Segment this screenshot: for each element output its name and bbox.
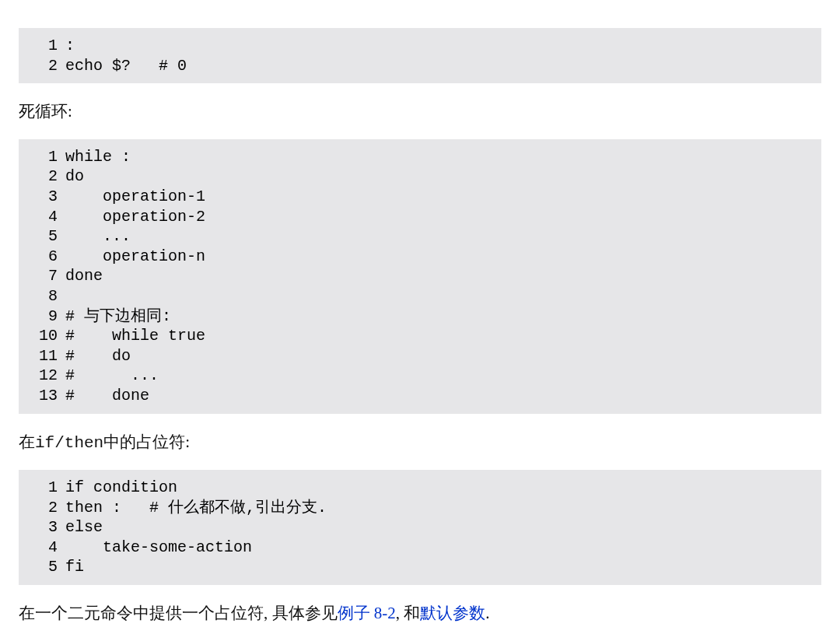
line-number: 3 <box>23 517 65 538</box>
code-line: 9# 与下边相同: <box>23 306 810 327</box>
line-number: 2 <box>23 56 65 76</box>
line-number: 5 <box>23 557 65 577</box>
line-number: 2 <box>23 166 65 187</box>
code-text: if condition <box>65 478 177 498</box>
code-text: # ... <box>65 366 159 386</box>
code-text: operation-n <box>65 247 205 267</box>
code-text: # while true <box>65 326 205 346</box>
line-number: 2 <box>23 498 65 518</box>
code-text: # do <box>65 346 131 366</box>
code-line: 5fi <box>23 557 810 577</box>
para3-pre: 在一个二元命令中提供一个占位符, 具体参见 <box>19 604 338 622</box>
line-number: 7 <box>23 266 65 286</box>
code-block-2: 1while :2do3 operation-14 operation-25 .… <box>19 139 821 414</box>
line-number: 6 <box>23 247 65 267</box>
code-line: 8 <box>23 286 810 306</box>
code-text: take-some-action <box>65 538 252 558</box>
para3-post: . <box>485 604 489 622</box>
code-line: 4 operation-2 <box>23 207 810 227</box>
code-line: 1: <box>23 36 810 56</box>
code-line: 1if condition <box>23 478 810 498</box>
code-line: 3else <box>23 517 810 538</box>
code-text: do <box>65 166 84 187</box>
line-number: 1 <box>23 478 65 498</box>
line-number: 1 <box>23 147 65 167</box>
line-number: 4 <box>23 538 65 558</box>
line-number: 13 <box>23 386 65 406</box>
code-text: # 与下边相同: <box>65 306 171 327</box>
code-line: 5 ... <box>23 226 810 247</box>
line-number: 11 <box>23 346 65 366</box>
code-text: echo $? # 0 <box>65 56 187 76</box>
line-number: 12 <box>23 366 65 386</box>
code-text: ... <box>65 226 131 247</box>
link-default-param[interactable]: 默认参数 <box>420 604 485 622</box>
para-if-then-placeholder: 在if/then中的占位符: <box>19 429 821 457</box>
code-block-1: 1:2echo $? # 0 <box>19 28 821 83</box>
para2-pre: 在 <box>19 433 35 451</box>
code-line: 12# ... <box>23 366 810 386</box>
code-line: 4 take-some-action <box>23 538 810 558</box>
code-line: 2then : # 什么都不做,引出分支. <box>23 498 810 518</box>
code-line: 2do <box>23 166 810 187</box>
para2-code: if/then <box>35 434 103 452</box>
line-number: 3 <box>23 187 65 207</box>
code-line: 11# do <box>23 346 810 366</box>
code-text: fi <box>65 557 84 577</box>
code-line: 1while : <box>23 147 810 167</box>
code-text: then : # 什么都不做,引出分支. <box>65 498 327 518</box>
line-number: 1 <box>23 36 65 56</box>
para-infinite-loop: 死循环: <box>19 99 821 125</box>
code-text: operation-2 <box>65 207 205 227</box>
code-line: 3 operation-1 <box>23 187 810 207</box>
code-text: while : <box>65 147 131 167</box>
para2-post: 中的占位符: <box>103 433 190 451</box>
line-number: 5 <box>23 226 65 247</box>
line-number: 4 <box>23 207 65 227</box>
code-text: operation-1 <box>65 187 205 207</box>
code-line: 13# done <box>23 386 810 406</box>
line-number: 8 <box>23 286 65 306</box>
code-text: # done <box>65 386 149 406</box>
link-example-8-2[interactable]: 例子 8-2 <box>338 604 396 622</box>
code-text: : <box>65 36 75 56</box>
para-binary-placeholder: 在一个二元命令中提供一个占位符, 具体参见例子 8-2, 和默认参数. <box>19 601 821 627</box>
code-line: 6 operation-n <box>23 247 810 267</box>
code-block-3: 1if condition2then : # 什么都不做,引出分支.3else4… <box>19 470 821 585</box>
code-text: else <box>65 517 103 538</box>
code-line: 10# while true <box>23 326 810 346</box>
code-line: 2echo $? # 0 <box>23 56 810 76</box>
line-number: 10 <box>23 326 65 346</box>
line-number: 9 <box>23 306 65 327</box>
para3-mid: , 和 <box>396 604 421 622</box>
code-text: done <box>65 266 103 286</box>
code-line: 7done <box>23 266 810 286</box>
